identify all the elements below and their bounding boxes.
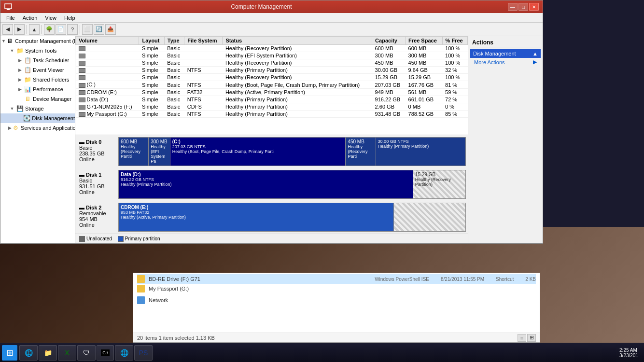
volume-row-3[interactable]: Simple Basic NTFS Healthy (Primary Parti… (76, 67, 468, 74)
explorer-row-mypassport[interactable]: My Passport (G:) (137, 284, 536, 293)
taskbar-explorer[interactable]: 📁 (39, 345, 57, 361)
vol-status-1: Healthy (EFI System Partition) (223, 52, 372, 59)
up-button[interactable]: ▲ (29, 24, 40, 35)
show-hide-tree-button[interactable]: 🌳 (44, 24, 55, 35)
col-pctfree[interactable]: % Free (442, 37, 467, 45)
refresh-button[interactable]: 🔄 (94, 24, 104, 35)
tree-device-manager[interactable]: 🖥 Device Manager (0, 94, 75, 104)
col-capacity[interactable]: Capacity (372, 37, 406, 45)
volume-row-5[interactable]: (C:) Simple Basic NTFS Healthy (Boot, Pa… (76, 81, 468, 88)
perf-toggle[interactable]: ▶ (16, 87, 24, 92)
menu-action[interactable]: Action (19, 14, 42, 22)
vol-type-0: Basic (164, 45, 184, 52)
tree-event-viewer[interactable]: ▶ 📋 Event Viewer (0, 65, 75, 75)
disk-0-part-c[interactable]: (C:) 207.03 GB NTFS Healthy (Boot, Page … (170, 138, 346, 166)
volume-row-0[interactable]: Simple Basic Healthy (Recovery Partition… (76, 45, 468, 52)
app-icon (4, 3, 12, 11)
vol-capacity-5: 207.03 GB (372, 81, 406, 88)
shared-folders-toggle[interactable]: ▶ (16, 77, 24, 82)
disk-2-part-e[interactable]: CDROM (E:) 953 MB FAT32 Healthy (Active,… (119, 203, 394, 231)
tree-performance[interactable]: ▶ 📊 Performance (0, 84, 75, 94)
col-freespace[interactable]: Free Space (406, 37, 443, 45)
maximize-button[interactable]: □ (518, 3, 528, 11)
tree-root-toggle[interactable]: ▼ (1, 39, 6, 43)
storage-toggle[interactable]: ▼ (8, 106, 16, 111)
taskbar-network-icon[interactable]: 🌐 (115, 345, 133, 361)
vol-layout-8: Simple (139, 103, 164, 110)
disk-0-part-5[interactable]: 30.00 GB NTFS Healthy (Primary Partition… (376, 138, 465, 166)
tree-disk-management[interactable]: 💽 Disk Management (0, 113, 75, 123)
view-details-button[interactable]: ≡ (518, 334, 526, 342)
vol-name-0 (76, 45, 139, 52)
disk-0-name: ▬ Disk 0 (79, 139, 116, 145)
network-icon (137, 296, 145, 304)
svg-rect-1 (7, 9, 10, 10)
view-icons-button[interactable]: ⊞ (527, 334, 536, 342)
vol-layout-3: Simple (139, 67, 164, 74)
disk-0-part-1[interactable]: 600 MB Healthy (Recovery Partiti (119, 138, 149, 166)
properties-button[interactable]: 📄 (56, 24, 66, 35)
col-layout[interactable]: Layout (139, 37, 164, 45)
services-toggle[interactable]: ▶ (8, 125, 12, 130)
menu-view[interactable]: View (41, 14, 60, 22)
close-button[interactable]: ✕ (529, 3, 539, 11)
vol-status-3: Healthy (Primary Partition) (223, 67, 372, 74)
vol-free-9: 788.52 GB (406, 110, 443, 117)
disk-2-part-2[interactable] (394, 203, 465, 231)
volume-row-2[interactable]: Simple Basic Healthy (Recovery Partition… (76, 59, 468, 67)
more-actions-link[interactable]: More Actions ▶ (470, 58, 541, 66)
tree-system-tools[interactable]: ▼ 📁 System Tools (0, 46, 75, 56)
event-viewer-toggle[interactable]: ▶ (16, 68, 24, 72)
tree-services[interactable]: ▶ ⚙ Services and Applications (0, 123, 75, 133)
vol-status-4: Healthy (Recovery Partition) (223, 74, 372, 81)
event-viewer-icon: 📋 (24, 66, 31, 74)
tree-task-scheduler[interactable]: ▶ 📋 Task Scheduler (0, 56, 75, 65)
col-status[interactable]: Status (223, 37, 372, 45)
explorer-row-network[interactable]: Network (137, 295, 536, 305)
taskbar-cmd[interactable]: C:\ (97, 345, 114, 361)
taskbar-ps[interactable]: PS (134, 345, 153, 361)
computer-management-window: Computer Management — □ ✕ File Action Vi… (0, 0, 543, 244)
volume-row-8[interactable]: G71-NDM2025 (F:) Simple Basic CDFS Healt… (76, 103, 468, 110)
explorer-row-bdre[interactable]: BD-RE Drive (F:) G71 Windows PowerShell … (137, 274, 536, 284)
disk-1-part-2[interactable]: 15.29 GB Healthy (Recovery Partition) (413, 170, 465, 198)
tree-storage[interactable]: ▼ 💾 Storage (0, 104, 75, 113)
tree-root[interactable]: ▼ 🖥 Computer Management (Local (0, 36, 75, 46)
taskbar-security[interactable]: 🛡 (77, 345, 96, 361)
tree-shared-folders[interactable]: ▶ 📁 Shared Folders (0, 75, 75, 84)
forward-button[interactable]: ▶ (14, 24, 25, 35)
storage-icon: 💾 (16, 105, 24, 112)
vol-pct-8: 0 % (442, 103, 467, 110)
minimize-button[interactable]: — (508, 3, 518, 11)
menu-file[interactable]: File (2, 14, 19, 22)
vol-name-9: My Passport (G:) (76, 110, 139, 117)
start-button[interactable]: ⊞ (2, 345, 17, 361)
disk-0-part-2[interactable]: 300 MB Healthy (EFI System Pa (149, 138, 170, 166)
col-filesystem[interactable]: File System (184, 37, 223, 45)
task-sched-icon: 📋 (24, 56, 31, 64)
help-button[interactable]: ? (67, 24, 78, 35)
back-button[interactable]: ◀ (2, 24, 13, 35)
disk-0-part-4[interactable]: 450 MB Healthy (Recovery Parti (346, 138, 376, 166)
unallocated-swatch (79, 236, 85, 242)
export-button[interactable]: 📤 (105, 24, 116, 35)
vol-status-9: Healthy (Primary Partition) (223, 110, 372, 117)
col-volume[interactable]: Volume (76, 37, 139, 45)
volume-row-6[interactable]: CDROM (E:) Simple Basic FAT32 Healthy (A… (76, 88, 468, 96)
menu-help[interactable]: Help (60, 14, 79, 22)
new-window-button[interactable]: ⬜ (82, 24, 93, 35)
volume-row-4[interactable]: Simple Basic Healthy (Recovery Partition… (76, 74, 468, 81)
disk-1-part-d[interactable]: Data (D:) 916.22 GB NTFS Healthy (Primar… (119, 170, 413, 198)
taskbar-excel[interactable]: X (58, 345, 76, 361)
disk-1-type: Basic (79, 178, 116, 183)
taskbar-ie[interactable]: 🌐 (19, 345, 38, 361)
volume-row-1[interactable]: Simple Basic Healthy (EFI System Partiti… (76, 52, 468, 59)
col-type[interactable]: Type (164, 37, 184, 45)
task-sched-toggle[interactable]: ▶ (16, 58, 24, 63)
disk-1-label: ▬ Disk 1 Basic 931.51 GB Online (77, 170, 118, 199)
volume-row-7[interactable]: Data (D:) Simple Basic NTFS Healthy (Pri… (76, 96, 468, 103)
toolbar: ◀ ▶ ▲ 🌳 📄 ? ⬜ 🔄 📤 (0, 23, 543, 36)
vol-pct-5: 81 % (442, 81, 467, 88)
volume-row-9[interactable]: My Passport (G:) Simple Basic NTFS Healt… (76, 110, 468, 117)
system-tools-toggle[interactable]: ▼ (8, 48, 16, 53)
